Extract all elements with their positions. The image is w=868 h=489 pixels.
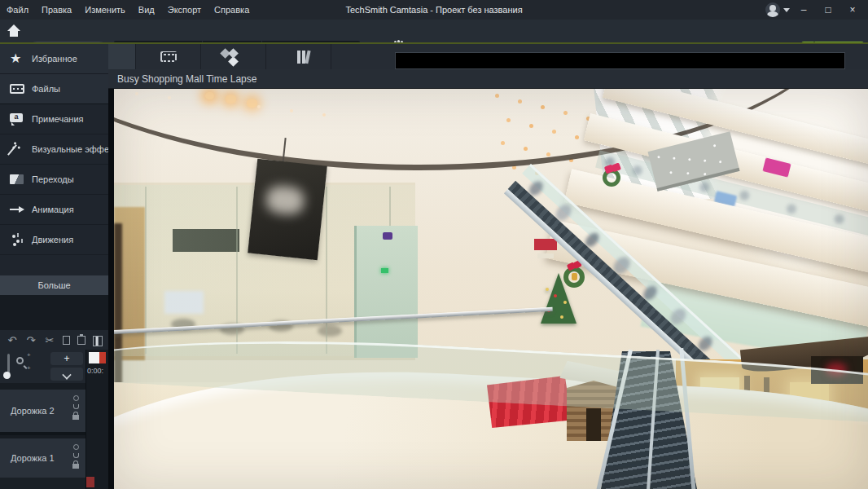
filmstrip-icon — [160, 51, 177, 62]
sidebar-item-label: Движения — [32, 235, 73, 244]
track-mute-icon[interactable] — [73, 453, 79, 458]
maximize-button[interactable]: □ — [818, 2, 839, 18]
account-avatar[interactable] — [765, 2, 780, 17]
ruler-timestamp: 0:00: — [87, 367, 103, 375]
track-toggle-icon[interactable] — [73, 444, 79, 450]
track-label: Дорожка 2 — [11, 406, 55, 416]
menu-view[interactable]: Вид — [132, 0, 161, 20]
timeline-zoom-knob[interactable] — [3, 372, 11, 379]
timeline-gap — [0, 383, 85, 390]
bin-tab-assets[interactable] — [201, 44, 266, 69]
menu-help[interactable]: Справка — [208, 0, 256, 20]
cut-icon[interactable]: ✂ — [44, 334, 55, 346]
timeline-bottom-strip — [0, 478, 85, 489]
title-bar: Файл Правка Изменить Вид Экспорт Справка… — [0, 0, 868, 20]
track-controls — [72, 444, 79, 469]
photo-vignette — [114, 89, 868, 489]
track-controls — [72, 395, 79, 420]
media-tooltip-text: Busy Shopping Mall Time Lapse — [117, 73, 256, 85]
add-track-button[interactable]: + — [50, 352, 83, 365]
sidebar-item-animations[interactable]: Анимация — [0, 195, 108, 225]
library-books-icon — [297, 51, 300, 64]
close-button[interactable]: × — [842, 2, 863, 18]
track-lock-icon[interactable] — [72, 415, 79, 420]
main-toolbar: Запись ‹ C Видео/Звук A Звук S Изображен… — [0, 20, 868, 42]
minimize-button[interactable]: – — [793, 2, 814, 18]
sidebar-item-label: Анимация — [32, 205, 74, 214]
playhead-flag[interactable] — [89, 352, 99, 363]
media-bin-empty-area — [0, 295, 108, 330]
media-bin-tabs — [108, 44, 868, 69]
timeline-toolbar: ↶ ↷ ✂ — [0, 330, 112, 350]
callout-icon: a — [10, 112, 24, 126]
sidebar-item-label: Визуальные эффекты — [32, 144, 108, 154]
bin-tab-library[interactable] — [266, 44, 331, 69]
sidebar-item-label: Переходы — [32, 174, 74, 184]
media-tooltip: Busy Shopping Mall Time Lapse — [108, 69, 868, 89]
bin-tab-media[interactable] — [136, 44, 201, 69]
split-icon[interactable] — [93, 336, 103, 345]
account-caret-icon[interactable] — [783, 8, 790, 12]
sidebar-item-favorites[interactable]: ★ Избранное — [0, 44, 108, 74]
redo-icon[interactable]: ↷ — [25, 334, 37, 346]
tools-panel: ★ Избранное Файлы a Примечания Визуальны… — [0, 44, 108, 295]
track-row-2[interactable]: Дорожка 2 — [0, 390, 85, 432]
track-lock-icon[interactable] — [72, 464, 79, 469]
motion-dots-icon — [10, 232, 24, 247]
playhead-marker[interactable] — [99, 352, 106, 363]
sidebar-item-media[interactable]: Файлы — [0, 74, 108, 104]
arrow-icon — [10, 202, 24, 217]
track-label: Дорожка 1 — [11, 453, 55, 463]
star-icon: ★ — [10, 51, 24, 66]
clip-fragment[interactable] — [86, 477, 94, 487]
sidebar-item-transitions[interactable]: Переходы — [0, 165, 108, 195]
timeline-zoom-controls: + — [0, 350, 85, 383]
track-mute-icon[interactable] — [73, 404, 79, 409]
collapse-tracks-button[interactable] — [50, 368, 83, 381]
bin-tab-selected-stub[interactable] — [108, 44, 136, 69]
sidebar-item-label: Примечания — [32, 114, 84, 124]
menu-export[interactable]: Экспорт — [161, 0, 208, 20]
menu-file[interactable]: Файл — [0, 0, 35, 20]
transition-icon — [10, 172, 24, 187]
panel-canvas-divider — [108, 89, 114, 489]
search-field[interactable] — [395, 52, 845, 69]
sidebar-item-label: Файлы — [32, 84, 60, 94]
sidebar-item-behaviors[interactable]: Движения — [0, 225, 108, 255]
more-button[interactable]: Больше — [0, 275, 108, 295]
sidebar-item-visual-effects[interactable]: Визуальные эффекты — [0, 134, 108, 165]
magnifier-icon — [16, 357, 24, 364]
sidebar-item-annotations[interactable]: a Примечания — [0, 104, 108, 134]
home-icon[interactable] — [7, 24, 21, 37]
menu-modify[interactable]: Изменить — [78, 0, 132, 20]
menu-bar: Файл Правка Изменить Вид Экспорт Справка — [0, 0, 256, 20]
menu-edit[interactable]: Правка — [35, 0, 78, 20]
undo-icon[interactable]: ↶ — [7, 334, 18, 346]
sidebar-item-label: Избранное — [32, 54, 77, 64]
camtasia-window: Файл Правка Изменить Вид Экспорт Справка… — [0, 0, 868, 489]
track-row-1[interactable]: Дорожка 1 — [0, 435, 85, 478]
canvas-media-preview[interactable] — [114, 89, 868, 489]
paste-icon[interactable] — [77, 336, 85, 345]
magic-wand-icon — [10, 142, 24, 156]
copy-icon[interactable] — [63, 336, 70, 345]
cubes-icon — [228, 48, 239, 59]
track-toggle-icon[interactable] — [73, 395, 79, 401]
filmstrip-icon — [10, 82, 24, 96]
